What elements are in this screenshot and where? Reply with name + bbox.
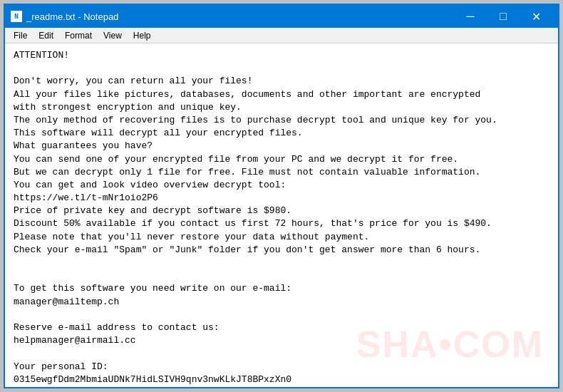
menu-bar: File Edit Format View Help: [5, 28, 558, 43]
title-bar-buttons: ─ □ ✕: [454, 5, 552, 28]
text-editor-area[interactable]: ATTENTION! Don't worry, you can return a…: [5, 43, 558, 387]
window-title: _readme.txt - Notepad: [26, 11, 454, 22]
close-button[interactable]: ✕: [520, 5, 552, 28]
app-icon: N: [11, 11, 22, 22]
menu-help[interactable]: Help: [128, 29, 157, 42]
menu-edit[interactable]: Edit: [33, 29, 59, 42]
menu-view[interactable]: View: [98, 29, 128, 42]
notepad-window: N _readme.txt - Notepad ─ □ ✕ File Edit …: [4, 4, 559, 388]
title-bar: N _readme.txt - Notepad ─ □ ✕: [5, 5, 558, 28]
minimize-button[interactable]: ─: [454, 5, 487, 28]
menu-file[interactable]: File: [8, 29, 33, 42]
notepad-content: ATTENTION! Don't worry, you can return a…: [14, 49, 549, 386]
maximize-button[interactable]: □: [487, 5, 520, 28]
menu-format[interactable]: Format: [59, 29, 98, 42]
